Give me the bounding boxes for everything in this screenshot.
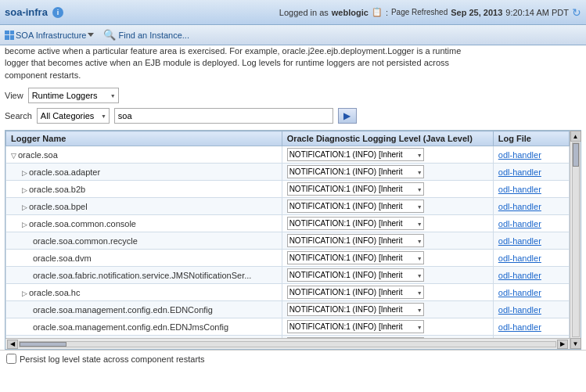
- level-select[interactable]: NOTIFICATION:1 (INFO) [Inherit: [287, 337, 424, 338]
- expand-icon[interactable]: ▷: [22, 169, 27, 177]
- v-scroll-thumb[interactable]: [573, 143, 579, 167]
- level-select[interactable]: NOTIFICATION:1 (INFO) [Inherit: [287, 268, 424, 282]
- view-row: View Runtime Loggers Persistent Loggers: [5, 88, 581, 103]
- log-file-link[interactable]: odl-handler: [498, 219, 541, 228]
- soa-infrastructure-nav[interactable]: SOA Infrastructure: [5, 31, 94, 40]
- log-file-link[interactable]: odl-handler: [498, 202, 541, 211]
- desc-line3: component restarts.: [5, 70, 81, 80]
- h-scroll-thumb[interactable]: [20, 342, 67, 347]
- table-body: ▽oracle.soaNOTIFICATION:1 (INFO) [Inheri…: [6, 146, 570, 339]
- level-select[interactable]: NOTIFICATION:1 (INFO) [Inherit: [287, 234, 424, 247]
- level-select-wrapper: NOTIFICATION:1 (INFO) [Inherit: [287, 337, 424, 338]
- top-bar-right: Logged in as weblogic 📋 : Page Refreshed…: [279, 6, 581, 19]
- level-select[interactable]: NOTIFICATION:1 (INFO) [Inherit: [287, 303, 424, 316]
- top-bar: soa-infra i Logged in as weblogic 📋 : Pa…: [0, 0, 586, 25]
- horizontal-scrollbar[interactable]: ◀ ▶: [5, 338, 570, 349]
- info-icon[interactable]: i: [52, 7, 63, 18]
- grid-icon: [5, 31, 14, 40]
- clipboard-icon[interactable]: 📋: [372, 7, 383, 17]
- refresh-date: Sep 25, 2013: [451, 8, 502, 17]
- level-select-wrapper: NOTIFICATION:1 (INFO) [Inherit: [287, 251, 424, 264]
- soa-infrastructure-label: SOA Infrastructure: [16, 31, 86, 40]
- log-file-cell: odl-handler: [493, 284, 569, 301]
- table-main: Logger Name Oracle Diagnostic Logging Le…: [5, 131, 570, 349]
- expand-icon[interactable]: ▷: [22, 290, 27, 297]
- expand-icon[interactable]: ▷: [22, 186, 27, 194]
- table-row: ▷oracle.soa.bpelNOTIFICATION:1 (INFO) [I…: [6, 198, 570, 215]
- level-cell: NOTIFICATION:1 (INFO) [Inherit: [282, 301, 493, 318]
- view-select[interactable]: Runtime Loggers Persistent Loggers: [28, 88, 119, 103]
- table-row: oracle.soa.management.config.edn.EDNConf…: [6, 301, 570, 318]
- log-file-cell: odl-handler: [493, 215, 569, 232]
- logger-name-cell: ▷oracle.soa.b2b: [6, 181, 282, 198]
- level-select[interactable]: NOTIFICATION:1 (INFO) [Inherit: [287, 320, 424, 333]
- logged-in-label: Logged in as: [279, 8, 329, 17]
- log-file-cell: odl-handler: [493, 198, 569, 215]
- log-file-link[interactable]: odl-handler: [498, 185, 541, 194]
- logger-name-cell: ▷oracle.soa.hc: [6, 284, 282, 301]
- log-file-link[interactable]: odl-handler: [498, 288, 541, 297]
- level-select[interactable]: NOTIFICATION:1 (INFO) [Inherit: [287, 286, 424, 299]
- col-logger-name: Logger Name: [6, 131, 282, 146]
- level-select-wrapper: NOTIFICATION:1 (INFO) [Inherit: [287, 148, 424, 161]
- level-cell: NOTIFICATION:1 (INFO) [Inherit: [282, 250, 493, 267]
- level-select[interactable]: NOTIFICATION:1 (INFO) [Inherit: [287, 148, 424, 161]
- logger-name-cell: ▷oracle.soa.common.console: [6, 215, 282, 232]
- expand-icon[interactable]: ▽: [11, 152, 16, 160]
- level-select-wrapper: NOTIFICATION:1 (INFO) [Inherit: [287, 217, 424, 230]
- level-select[interactable]: NOTIFICATION:1 (INFO) [Inherit: [287, 251, 424, 264]
- search-input[interactable]: [114, 108, 333, 124]
- col-level: Oracle Diagnostic Logging Level (Java Le…: [282, 131, 493, 146]
- log-file-link[interactable]: odl-handler: [498, 271, 541, 280]
- expand-icon[interactable]: ▷: [22, 221, 27, 228]
- app-title: soa-infra: [5, 6, 48, 18]
- table-row: ▷oracle.soa.hcNOTIFICATION:1 (INFO) [Inh…: [6, 284, 570, 301]
- nav-bar: SOA Infrastructure 🔍 Find an Instance...: [0, 25, 586, 45]
- scroll-up-arrow[interactable]: ▲: [570, 131, 581, 142]
- refresh-icon[interactable]: ↻: [572, 6, 581, 19]
- find-instance-label: Find an Instance...: [118, 31, 189, 40]
- level-select[interactable]: NOTIFICATION:1 (INFO) [Inherit: [287, 200, 424, 213]
- level-cell: NOTIFICATION:1 (INFO) [Inherit: [282, 198, 493, 215]
- main-area: become active when a particular feature …: [0, 45, 586, 350]
- category-select-wrapper: All Categories Logger Name Log File: [37, 108, 110, 124]
- scroll-right-arrow[interactable]: ▶: [557, 340, 568, 349]
- table-scroll[interactable]: Logger Name Oracle Diagnostic Logging Le…: [5, 131, 570, 338]
- scroll-down-arrow[interactable]: ▼: [570, 338, 581, 349]
- search-go-icon: ▶: [343, 110, 351, 121]
- col-log-file: Log File: [493, 131, 569, 146]
- magnifier-icon: 🔍: [103, 29, 116, 41]
- level-select-wrapper: NOTIFICATION:1 (INFO) [Inherit: [287, 234, 424, 247]
- level-select[interactable]: NOTIFICATION:1 (INFO) [Inherit: [287, 217, 424, 230]
- refresh-time: 9:20:14 AM PDT: [505, 8, 569, 17]
- level-cell: NOTIFICATION:1 (INFO) [Inherit: [282, 284, 493, 301]
- level-cell: NOTIFICATION:1 (INFO) [Inherit: [282, 181, 493, 198]
- log-file-link[interactable]: odl-handler: [498, 150, 541, 160]
- scroll-left-arrow[interactable]: ◀: [7, 340, 18, 349]
- log-file-link[interactable]: odl-handler: [498, 322, 541, 332]
- log-file-cell: odl-handler: [493, 146, 569, 164]
- v-scroll-track[interactable]: [572, 142, 580, 337]
- search-label: Search: [5, 111, 32, 120]
- log-file-cell: odl-handler: [493, 164, 569, 181]
- search-button[interactable]: ▶: [338, 108, 357, 124]
- level-cell: NOTIFICATION:1 (INFO) [Inherit: [282, 215, 493, 232]
- category-select[interactable]: All Categories Logger Name Log File: [37, 108, 110, 124]
- log-file-link[interactable]: odl-handler: [498, 236, 541, 246]
- log-file-link[interactable]: odl-handler: [498, 305, 541, 315]
- log-file-link[interactable]: odl-handler: [498, 167, 541, 177]
- log-file-cell: odl-handler: [493, 267, 569, 284]
- table-row: oracle.soa.common.recycleNOTIFICATION:1 …: [6, 232, 570, 250]
- find-instance-nav[interactable]: 🔍 Find an Instance...: [103, 29, 189, 41]
- level-select-wrapper: NOTIFICATION:1 (INFO) [Inherit: [287, 182, 424, 196]
- vertical-scrollbar[interactable]: ▲ ▼: [570, 131, 581, 349]
- persist-checkbox[interactable]: [6, 354, 16, 364]
- expand-icon[interactable]: ▷: [22, 203, 27, 211]
- log-file-link[interactable]: odl-handler: [498, 254, 541, 263]
- table-row: oracle.soa.management.config.edn.EDNJmsC…: [6, 318, 570, 336]
- persist-checkbox-label[interactable]: Persist log level state across component…: [6, 354, 205, 364]
- level-select[interactable]: NOTIFICATION:1 (INFO) [Inherit: [287, 165, 424, 178]
- h-scroll-track[interactable]: [19, 341, 556, 347]
- logger-name-cell: ▷oracle.soa.adapter: [6, 164, 282, 181]
- level-select[interactable]: NOTIFICATION:1 (INFO) [Inherit: [287, 182, 424, 196]
